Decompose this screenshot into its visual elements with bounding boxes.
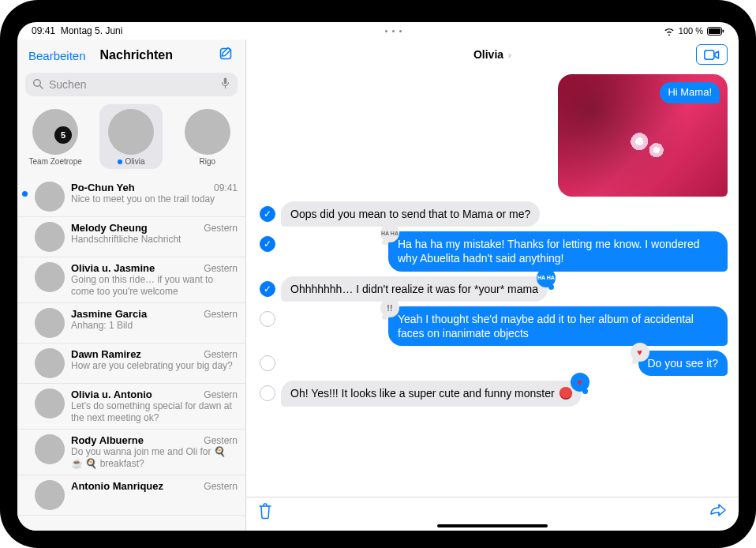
facetime-button[interactable]	[696, 44, 728, 65]
avatar	[185, 109, 230, 155]
svg-line-5	[39, 85, 43, 88]
sent-message[interactable]: ♥ Do you see it?	[638, 351, 728, 376]
conv-name: Rody Albuerne	[71, 434, 144, 446]
conv-preview: Nice to meet you on the trail today	[71, 193, 238, 205]
status-bar: 09:41 Montag 5. Juni 100 %	[17, 22, 739, 39]
received-message[interactable]: HA HA Ohhhhhhh… I didn't realize it was …	[281, 276, 548, 302]
message-text: Yeah I thought she'd maybe add it to her…	[398, 313, 694, 340]
conversation-list[interactable]: Po-Chun Yeh09:41Nice to meet you on the …	[17, 177, 245, 531]
image-caption-bubble: Hi Mama!	[660, 82, 720, 103]
status-time: 09:41	[32, 25, 55, 36]
received-message[interactable]: ♥ Oh! Yes!!! It looks like a super cute …	[281, 381, 582, 406]
avatar	[35, 434, 65, 464]
tapback-haha-icon[interactable]: HA HA	[537, 268, 556, 287]
conversation-row[interactable]: Antonio ManriquezGestern	[17, 475, 245, 516]
conv-name: Po-Chun Yeh	[71, 182, 135, 193]
select-checkbox[interactable]	[260, 311, 275, 327]
message-thread[interactable]: Hi Mama! ✓ Oops did you mean to send tha…	[246, 68, 739, 497]
dictate-icon[interactable]	[219, 77, 231, 92]
sidebar: Bearbeiten Nachrichten Suchen Team Zo	[17, 39, 246, 531]
avatar	[32, 109, 78, 155]
svg-rect-6	[223, 78, 226, 84]
conv-name: Dawn Ramirez	[71, 348, 141, 360]
avatar	[35, 388, 65, 419]
edit-toolbar	[246, 497, 739, 523]
conversation-row[interactable]: Olivia u. JasmineGesternGoing on this ri…	[17, 257, 245, 303]
battery-percent: 100 %	[679, 26, 703, 36]
multitasking-dots-icon[interactable]	[385, 30, 402, 32]
select-checkbox[interactable]	[260, 385, 275, 401]
home-indicator[interactable]	[437, 524, 548, 527]
conversation-row[interactable]: Melody CheungGesternHandschriftliche Nac…	[17, 217, 245, 257]
chat-header: Olivia ›	[246, 39, 739, 68]
conv-preview: Anhang: 1 Bild	[71, 320, 238, 332]
avatar	[35, 222, 65, 252]
conversation-row[interactable]: Rody AlbuerneGesternDo you wanna join me…	[17, 430, 245, 475]
avatar	[35, 480, 65, 510]
avatar	[35, 308, 65, 338]
conv-time: Gestern	[204, 349, 238, 360]
conv-time: Gestern	[204, 481, 238, 492]
pinned-team-zoetrope[interactable]: Team Zoetrope	[24, 104, 87, 169]
forward-button[interactable]	[709, 502, 728, 521]
sent-message[interactable]: HA HA Ha ha ha my mistake! Thanks for le…	[388, 231, 728, 271]
conv-time: Gestern	[204, 435, 238, 446]
search-input[interactable]: Suchen	[25, 73, 238, 96]
conv-name: Olivia u. Jasmine	[71, 262, 155, 274]
svg-rect-2	[723, 29, 724, 32]
pinned-rigo[interactable]: Rigo	[176, 104, 239, 169]
conv-preview: How are you celebrating your big day?	[71, 360, 238, 372]
conv-name: Olivia u. Antonio	[71, 388, 152, 400]
received-message[interactable]: Oops did you mean to send that to Mama o…	[281, 201, 540, 227]
conv-name: Melody Cheung	[71, 222, 148, 234]
conv-time: Gestern	[204, 309, 238, 320]
conversation-row[interactable]: Olivia u. AntonioGesternLet's do somethi…	[17, 384, 245, 430]
compose-button[interactable]	[219, 46, 234, 65]
tapback-haha-icon[interactable]: HA HA	[380, 223, 399, 242]
chevron-right-icon: ›	[505, 49, 511, 61]
message-text: Ohhhhhhh… I didn't realize it was for *y…	[290, 283, 538, 295]
conversation-row[interactable]: Dawn RamirezGesternHow are you celebrati…	[17, 343, 245, 384]
search-icon	[32, 78, 44, 92]
select-checkbox[interactable]: ✓	[260, 236, 275, 252]
conv-preview: Handschriftliche Nachricht	[71, 234, 238, 246]
unread-dot-icon	[22, 191, 28, 197]
delete-button[interactable]	[257, 502, 276, 521]
avatar	[108, 109, 154, 155]
pinned-olivia[interactable]: Olivia	[99, 104, 163, 169]
conv-time: Gestern	[204, 223, 238, 234]
conv-name: Jasmine Garcia	[71, 308, 147, 320]
svg-rect-1	[709, 28, 720, 34]
message-text: Do you see it?	[648, 357, 719, 370]
conv-preview: Let's do something special for dawn at t…	[71, 400, 238, 424]
pinned-label: Olivia	[125, 157, 144, 166]
battery-icon	[707, 27, 724, 36]
tapback-exclaim-icon[interactable]: !!	[380, 298, 399, 317]
tapback-heart-icon[interactable]: ♥	[631, 343, 649, 362]
sidebar-title: Nachrichten	[54, 48, 219, 62]
conversation-row[interactable]: Po-Chun Yeh09:41Nice to meet you on the …	[17, 177, 245, 217]
chat-title: Olivia	[473, 48, 503, 61]
conv-time: Gestern	[204, 263, 238, 274]
avatar	[35, 262, 65, 292]
message-text: Ha ha ha my mistake! Thanks for letting …	[398, 238, 700, 265]
conv-preview: Going on this ride… if you want to come …	[71, 274, 238, 298]
select-checkbox[interactable]: ✓	[260, 206, 275, 222]
select-checkbox[interactable]: ✓	[260, 281, 275, 297]
tapback-like-icon[interactable]: ♥	[571, 373, 589, 392]
select-checkbox[interactable]	[260, 355, 275, 371]
search-placeholder: Suchen	[44, 78, 219, 91]
conv-preview: Do you wanna join me and Oli for 🍳 ☕ 🍳 b…	[71, 446, 238, 470]
ipad-device-frame: 09:41 Montag 5. Juni 100 % Bearbeiten Na…	[0, 0, 756, 548]
svg-rect-8	[705, 50, 714, 58]
conv-name: Antonio Manriquez	[71, 480, 163, 492]
avatar	[35, 182, 65, 212]
message-text: Oh! Yes!!! It looks like a super cute an…	[290, 387, 558, 400]
pinned-label: Rigo	[200, 157, 216, 166]
status-date: Montag 5. Juni	[61, 25, 123, 36]
sent-message[interactable]: !! Yeah I thought she'd maybe add it to …	[388, 306, 728, 346]
chat-title-button[interactable]: Olivia ›	[289, 48, 696, 61]
conversation-row[interactable]: Jasmine GarciaGesternAnhang: 1 Bild	[17, 303, 245, 343]
sent-image-attachment[interactable]: Hi Mama!	[558, 74, 728, 197]
monster-emoji-icon	[560, 387, 572, 400]
